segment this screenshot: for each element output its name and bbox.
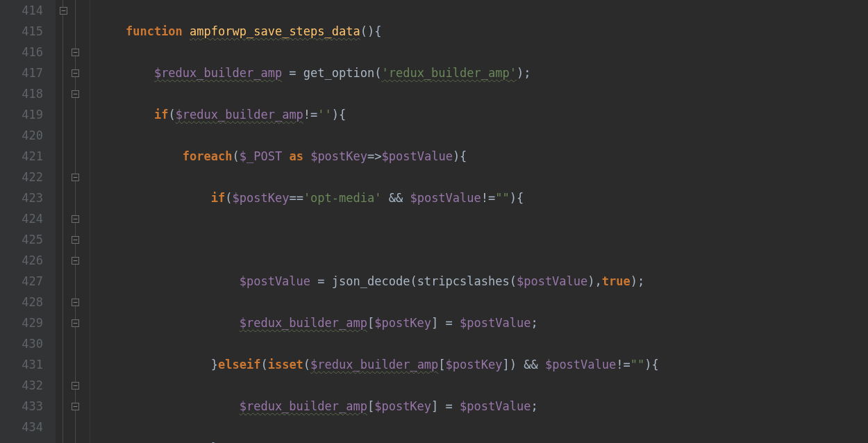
line-number: 420	[0, 125, 43, 146]
line-number: 434	[0, 417, 43, 437]
line-number: 424	[0, 208, 43, 229]
fold-toggle-icon[interactable]	[72, 299, 79, 306]
line-number: 428	[0, 292, 43, 312]
line-number: 422	[0, 167, 43, 187]
code-line[interactable]: if($postKey=='opt-media' && $postValue!=…	[97, 187, 868, 208]
code-line[interactable]: $redux_builder_amp[$postKey] = $postValu…	[97, 312, 868, 333]
fold-toggle-icon[interactable]	[72, 69, 79, 77]
fold-toggle-icon[interactable]	[72, 90, 79, 98]
line-number: 430	[0, 333, 43, 354]
code-line[interactable]: if($redux_builder_amp!=''){	[97, 104, 868, 125]
line-number: 419	[0, 104, 43, 125]
fold-column	[56, 0, 90, 443]
line-number: 414	[0, 0, 43, 21]
line-number: 416	[0, 42, 43, 62]
fold-toggle-icon[interactable]	[72, 236, 79, 244]
line-number: 415	[0, 21, 43, 42]
code-line[interactable]: foreach($_POST as $postKey=>$postValue){	[97, 146, 868, 167]
fold-toggle-icon[interactable]	[72, 382, 79, 390]
line-number: 427	[0, 271, 43, 292]
fold-toggle-icon[interactable]	[72, 174, 79, 181]
code-line[interactable]	[97, 229, 868, 250]
line-number: 429	[0, 312, 43, 333]
code-line[interactable]: function ampforwp_save_steps_data(){	[97, 21, 868, 42]
code-line[interactable]: }elseif(isset($redux_builder_amp[$postKe…	[97, 354, 868, 375]
line-number: 426	[0, 250, 43, 271]
line-number: 425	[0, 229, 43, 250]
code-line[interactable]: $redux_builder_amp[$postKey] = $postValu…	[97, 396, 868, 417]
fold-toggle-icon[interactable]	[72, 319, 79, 327]
line-number: 431	[0, 354, 43, 375]
line-number: 418	[0, 83, 43, 104]
code-line[interactable]: $redux_builder_amp = get_option('redux_b…	[97, 62, 868, 83]
fold-toggle-icon[interactable]	[60, 7, 67, 15]
fold-toggle-icon[interactable]	[72, 215, 79, 223]
line-number: 417	[0, 62, 43, 83]
line-number: 423	[0, 187, 43, 208]
line-number: 421	[0, 146, 43, 167]
line-number: 432	[0, 375, 43, 396]
line-number-gutter: 414 415 416 417 418 419 420 421 422 423 …	[0, 0, 56, 443]
fold-toggle-icon[interactable]	[72, 49, 79, 56]
line-number: 433	[0, 396, 43, 417]
code-line[interactable]: }	[97, 437, 868, 443]
code-area[interactable]: function ampforwp_save_steps_data(){ $re…	[90, 0, 868, 443]
code-editor: 414 415 416 417 418 419 420 421 422 423 …	[0, 0, 868, 443]
fold-toggle-icon[interactable]	[72, 257, 79, 265]
code-line[interactable]: $postValue = json_decode(stripcslashes($…	[97, 271, 868, 292]
fold-toggle-icon[interactable]	[72, 403, 79, 410]
